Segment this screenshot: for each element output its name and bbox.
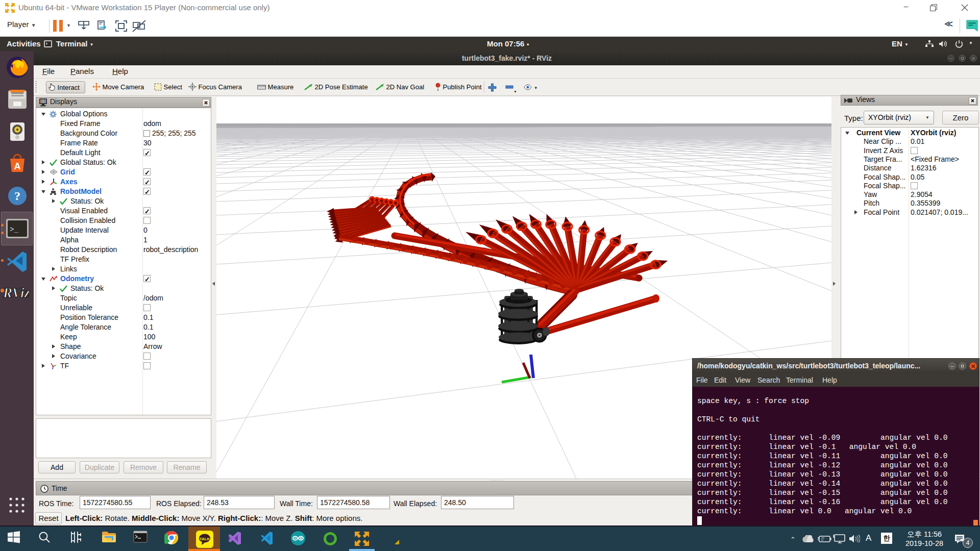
svg-text:>_: >_ bbox=[10, 226, 18, 234]
svg-text:TALK: TALK bbox=[200, 537, 210, 541]
svg-text:RViz: RViz bbox=[3, 285, 30, 300]
svg-text:A: A bbox=[14, 161, 21, 171]
svg-text:?: ? bbox=[14, 189, 20, 203]
